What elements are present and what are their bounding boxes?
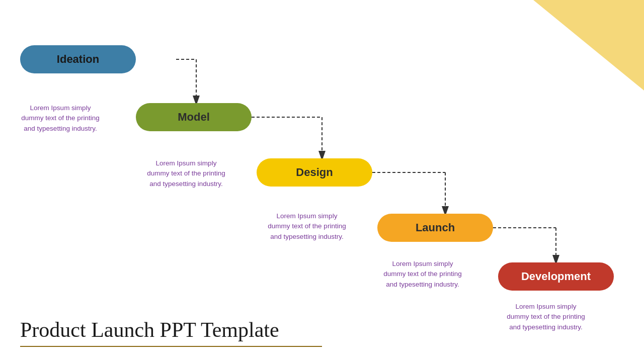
ideation-label: Ideation [57, 53, 99, 66]
node-ideation: Ideation [20, 45, 136, 73]
development-label: Development [521, 270, 591, 283]
desc-design: Lorem Ipsum simply dummy text of the pri… [267, 211, 347, 242]
node-model: Model [136, 103, 252, 131]
desc-development: Lorem Ipsum simply dummy text of the pri… [506, 302, 586, 332]
desc-launch: Lorem Ipsum simply dummy text of the pri… [382, 259, 463, 290]
node-development: Development [498, 262, 614, 291]
desc-ideation: Lorem Ipsum simply dummy text of the pri… [20, 103, 101, 134]
node-launch: Launch [377, 214, 493, 242]
desc-model: Lorem Ipsum simply dummy text of the pri… [146, 158, 226, 189]
design-label: Design [296, 166, 333, 179]
slide-underline [20, 346, 322, 347]
launch-label: Launch [416, 221, 455, 234]
slide-title: Product Launch PPT Template [20, 318, 322, 342]
node-design: Design [257, 158, 372, 187]
bottom-section: Product Launch PPT Template [20, 318, 322, 347]
diagram-container: Ideation Lorem Ipsum simply dummy text o… [10, 30, 634, 312]
model-label: Model [178, 111, 210, 124]
